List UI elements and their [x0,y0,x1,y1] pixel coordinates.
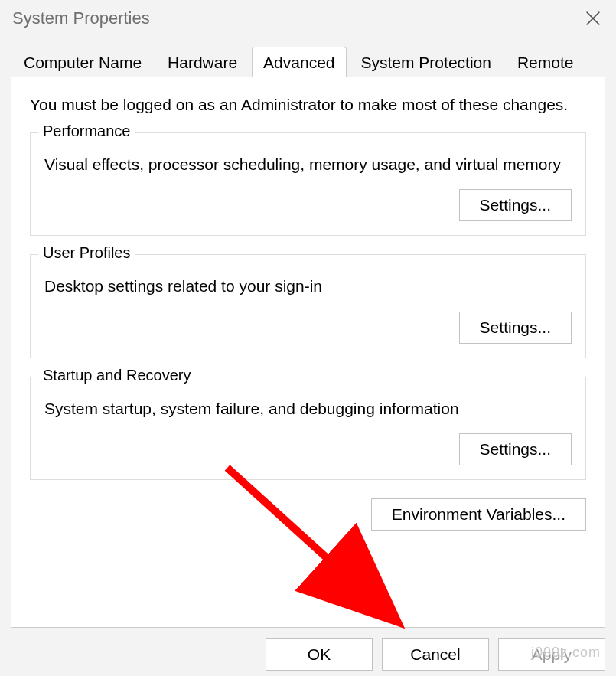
close-icon [586,11,600,25]
tab-hardware[interactable]: Hardware [156,47,249,77]
content-area: Computer Name Hardware Advanced System P… [0,37,616,628]
user-profiles-settings-button[interactable]: Settings... [459,312,572,344]
group-user-profiles-legend: User Profiles [38,244,135,262]
window-title: System Properties [12,8,150,28]
cancel-button[interactable]: Cancel [382,638,489,671]
tab-advanced[interactable]: Advanced [252,47,346,77]
dialog-footer: OK Cancel Apply [0,628,616,676]
annotation-arrow [220,460,419,636]
startup-recovery-settings-button[interactable]: Settings... [459,433,572,465]
tab-panel-advanced: You must be logged on as an Administrato… [11,77,605,628]
group-startup-recovery-legend: Startup and Recovery [38,367,195,384]
apply-button[interactable]: Apply [498,638,605,671]
group-user-profiles-desc: Desktop settings related to your sign-in [44,275,572,297]
ok-button[interactable]: OK [266,638,373,671]
group-user-profiles: User Profiles Desktop settings related t… [30,254,586,358]
tab-remote[interactable]: Remote [506,47,585,77]
group-startup-recovery: Startup and Recovery System startup, sys… [30,377,586,480]
group-performance-legend: Performance [38,122,135,140]
env-vars-row: Environment Variables... [30,498,586,531]
group-performance: Performance Visual effects, processor sc… [30,132,586,236]
tab-strip: Computer Name Hardware Advanced System P… [11,47,605,77]
tab-computer-name[interactable]: Computer Name [12,47,153,77]
tab-system-protection[interactable]: System Protection [350,47,503,77]
svg-line-1 [227,468,388,613]
close-button[interactable] [570,0,616,37]
system-properties-window: System Properties Computer Name Hardware… [0,0,616,676]
titlebar: System Properties [0,0,616,37]
group-performance-desc: Visual effects, processor scheduling, me… [44,153,572,175]
environment-variables-button[interactable]: Environment Variables... [371,498,586,531]
group-startup-recovery-desc: System startup, system failure, and debu… [44,397,572,420]
admin-notice: You must be logged on as an Administrato… [30,96,586,114]
performance-settings-button[interactable]: Settings... [459,189,572,221]
